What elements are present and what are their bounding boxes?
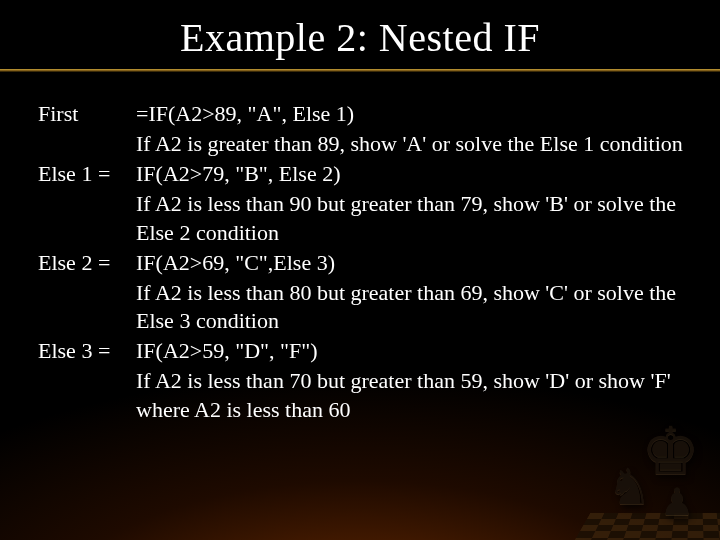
table-row: Else 1 = IF(A2>79, "B", Else 2)	[38, 159, 690, 189]
table-row: If A2 is less than 90 but greater than 7…	[38, 189, 690, 247]
slide-title: Example 2: Nested IF	[0, 14, 720, 61]
title-band: Example 2: Nested IF	[0, 0, 720, 81]
content-table: First =IF(A2>89, "A", Else 1) If A2 is g…	[38, 99, 690, 425]
row-label: Else 1 =	[38, 159, 136, 189]
table-row: First =IF(A2>89, "A", Else 1)	[38, 99, 690, 129]
slide: Example 2: Nested IF First =IF(A2>89, "A…	[0, 0, 720, 540]
row-text: If A2 is less than 70 but greater than 5…	[136, 366, 690, 424]
table-row: Else 2 = IF(A2>69, "C",Else 3)	[38, 248, 690, 278]
row-text: =IF(A2>89, "A", Else 1)	[136, 99, 690, 129]
row-text: IF(A2>79, "B", Else 2)	[136, 159, 690, 189]
table-row: If A2 is less than 70 but greater than 5…	[38, 366, 690, 424]
row-text: If A2 is greater than 89, show 'A' or so…	[136, 129, 690, 159]
row-text: IF(A2>69, "C",Else 3)	[136, 248, 690, 278]
chess-pawn-icon: ♟	[660, 480, 694, 524]
row-label	[38, 129, 136, 159]
row-text: If A2 is less than 90 but greater than 7…	[136, 189, 690, 247]
row-label: First	[38, 99, 136, 129]
row-label	[38, 278, 136, 336]
chessboard-icon	[568, 513, 720, 540]
row-label	[38, 366, 136, 424]
chess-decoration: ♚ ♞ ♟	[604, 414, 714, 534]
row-text: IF(A2>59, "D", "F")	[136, 336, 690, 366]
table-row: Else 3 = IF(A2>59, "D", "F")	[38, 336, 690, 366]
table-row: If A2 is greater than 89, show 'A' or so…	[38, 129, 690, 159]
row-text: If A2 is less than 80 but greater than 6…	[136, 278, 690, 336]
slide-body: First =IF(A2>89, "A", Else 1) If A2 is g…	[0, 81, 720, 425]
row-label: Else 2 =	[38, 248, 136, 278]
table-row: If A2 is less than 80 but greater than 6…	[38, 278, 690, 336]
chess-knight-icon: ♞	[607, 458, 652, 516]
row-label	[38, 189, 136, 247]
row-label: Else 3 =	[38, 336, 136, 366]
title-underline	[0, 69, 720, 71]
